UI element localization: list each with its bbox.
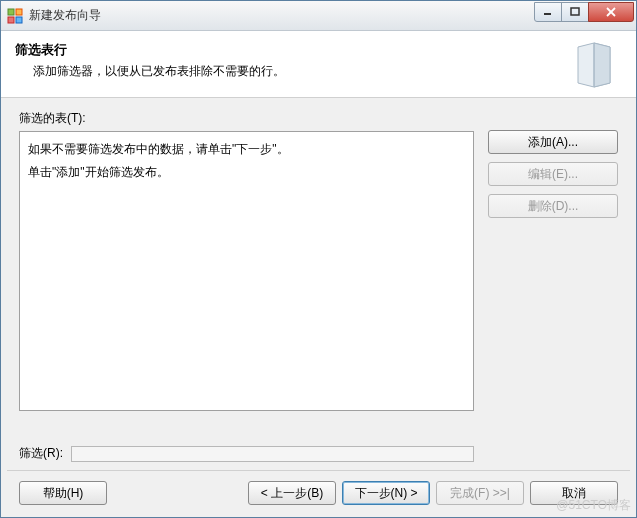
page-subtitle: 添加筛选器，以便从已发布表排除不需要的行。 xyxy=(15,63,560,80)
delete-button: 删除(D)... xyxy=(488,194,618,218)
filter-table-label: 筛选的表(T): xyxy=(19,110,474,127)
listbox-hint-line: 单击"添加"开始筛选发布。 xyxy=(28,161,465,184)
wizard-window: 新建发布向导 筛选表行 添加筛选器，以便从已发布表排除不需要的行。 xyxy=(0,0,637,518)
svg-rect-0 xyxy=(8,9,14,15)
svg-rect-3 xyxy=(16,17,22,23)
window-title: 新建发布向导 xyxy=(29,7,535,24)
filter-input xyxy=(71,446,474,462)
filter-expression-row: 筛选(R): xyxy=(19,445,618,462)
app-icon xyxy=(7,8,23,24)
svg-marker-9 xyxy=(594,43,610,87)
finish-button: 完成(F) >>| xyxy=(436,481,524,505)
filter-label: 筛选(R): xyxy=(19,445,63,462)
maximize-button[interactable] xyxy=(561,2,589,22)
filter-table-left: 筛选的表(T): 如果不需要筛选发布中的数据，请单击"下一步"。 单击"添加"开… xyxy=(19,110,474,411)
listbox-hint-line: 如果不需要筛选发布中的数据，请单击"下一步"。 xyxy=(28,138,465,161)
add-button[interactable]: 添加(A)... xyxy=(488,130,618,154)
window-controls xyxy=(535,2,634,22)
next-button[interactable]: 下一步(N) > xyxy=(342,481,430,505)
header-text: 筛选表行 添加筛选器，以便从已发布表排除不需要的行。 xyxy=(15,41,560,80)
help-button[interactable]: 帮助(H) xyxy=(19,481,107,505)
svg-rect-1 xyxy=(16,9,22,15)
back-button[interactable]: < 上一步(B) xyxy=(248,481,336,505)
svg-rect-2 xyxy=(8,17,14,23)
side-buttons: 添加(A)... 编辑(E)... 删除(D)... xyxy=(488,130,618,218)
cancel-button[interactable]: 取消 xyxy=(530,481,618,505)
minimize-button[interactable] xyxy=(534,2,562,22)
filter-table-section: 筛选的表(T): 如果不需要筛选发布中的数据，请单击"下一步"。 单击"添加"开… xyxy=(19,110,618,435)
svg-rect-5 xyxy=(571,8,579,15)
edit-button: 编辑(E)... xyxy=(488,162,618,186)
filter-table-listbox[interactable]: 如果不需要筛选发布中的数据，请单击"下一步"。 单击"添加"开始筛选发布。 xyxy=(19,131,474,411)
wizard-header: 筛选表行 添加筛选器，以便从已发布表排除不需要的行。 xyxy=(1,31,636,98)
header-graphic-icon xyxy=(570,41,618,89)
page-title: 筛选表行 xyxy=(15,41,560,59)
close-button[interactable] xyxy=(588,2,634,22)
titlebar[interactable]: 新建发布向导 xyxy=(1,1,636,31)
content-area: 筛选的表(T): 如果不需要筛选发布中的数据，请单击"下一步"。 单击"添加"开… xyxy=(1,98,636,470)
wizard-footer: 帮助(H) < 上一步(B) 下一步(N) > 完成(F) >>| 取消 xyxy=(1,471,636,517)
